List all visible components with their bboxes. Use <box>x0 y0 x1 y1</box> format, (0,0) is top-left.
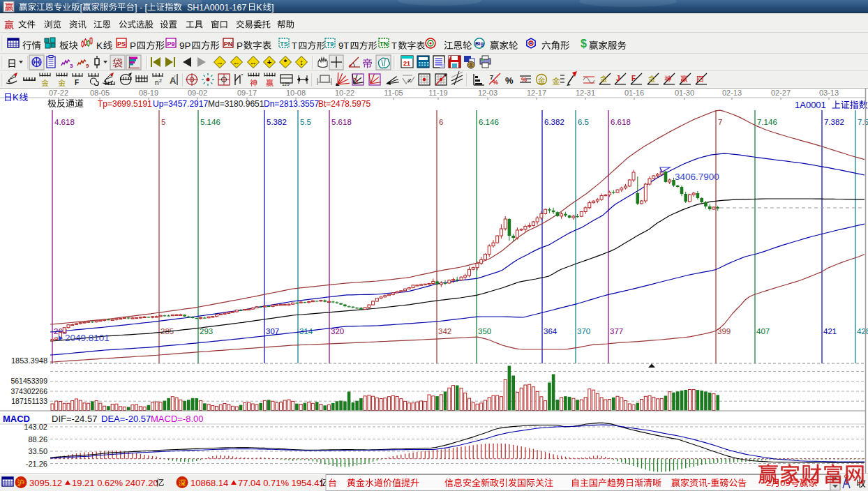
svg-text:377: 377 <box>610 327 623 335</box>
svg-text:129: 129 <box>282 82 290 86</box>
svg-text:T9: T9 <box>327 40 334 47</box>
svg-text:3406.7900: 3406.7900 <box>675 172 719 182</box>
svg-text:MACD=-8.00: MACD=-8.00 <box>151 414 204 424</box>
svg-text:3095.12: 3095.12 <box>29 478 62 488</box>
svg-text:Up=3457.2917: Up=3457.2917 <box>153 99 208 109</box>
svg-text:J: J <box>616 75 620 82</box>
svg-text:10-22: 10-22 <box>335 89 354 97</box>
svg-text:6.382: 6.382 <box>544 118 564 126</box>
svg-text:370: 370 <box>577 327 590 335</box>
svg-text:T: T <box>391 40 397 51</box>
svg-text:P9: P9 <box>167 40 174 47</box>
svg-text:→: → <box>216 58 224 66</box>
svg-text:$: $ <box>581 38 587 50</box>
svg-text:407: 407 <box>756 327 770 335</box>
svg-text:Big: Big <box>475 40 484 47</box>
svg-text:7.382: 7.382 <box>824 118 844 126</box>
svg-text:1A0001: 1A0001 <box>795 100 826 110</box>
svg-text:7.146: 7.146 <box>757 118 777 126</box>
svg-text:21: 21 <box>403 60 410 67</box>
svg-text:TN: TN <box>380 40 388 47</box>
svg-text:K: K <box>13 92 19 103</box>
svg-text:%: % <box>493 79 498 86</box>
svg-text:5: 5 <box>161 118 165 126</box>
svg-text:+: + <box>267 58 271 66</box>
svg-text:TS: TS <box>280 40 288 47</box>
svg-text:5.5: 5.5 <box>300 118 311 126</box>
svg-text:11-19: 11-19 <box>428 89 447 97</box>
svg-text:PN: PN <box>224 40 233 47</box>
svg-text:Tp=3699.5191: Tp=3699.5191 <box>98 99 152 109</box>
svg-text:K: K <box>96 40 103 51</box>
svg-text:374302266: 374302266 <box>10 387 47 395</box>
svg-text:%: % <box>505 75 514 86</box>
svg-text:561453399: 561453399 <box>10 377 47 385</box>
svg-text:↔: ↔ <box>250 58 257 66</box>
svg-text:12-31: 12-31 <box>576 89 595 97</box>
svg-text:01-16: 01-16 <box>624 89 644 97</box>
svg-text:9: 9 <box>86 63 89 69</box>
svg-text:09-17: 09-17 <box>237 89 257 97</box>
svg-text:] - [: ] - [ <box>135 3 148 13</box>
svg-text:2049.8101: 2049.8101 <box>65 333 110 343</box>
svg-text:6: 6 <box>439 118 443 126</box>
svg-text:6.618: 6.618 <box>611 118 631 126</box>
svg-text:77.04 0.71% 1954.41: 77.04 0.71% 1954.41 <box>238 478 324 488</box>
svg-text:*: * <box>284 58 287 66</box>
svg-text:PS: PS <box>117 40 126 47</box>
svg-text:12-17: 12-17 <box>527 89 546 97</box>
svg-text:%: % <box>521 76 527 83</box>
svg-text:6.5: 6.5 <box>578 118 589 126</box>
svg-text:A: A <box>170 75 177 86</box>
svg-text:]: ] <box>271 3 274 13</box>
svg-text:T: T <box>292 40 297 51</box>
svg-text:11-05: 11-05 <box>384 89 403 97</box>
svg-text:02-13: 02-13 <box>722 89 742 97</box>
svg-text:-21.26: -21.26 <box>26 460 47 468</box>
svg-text:08-19: 08-19 <box>139 89 158 97</box>
svg-text:5.382: 5.382 <box>267 118 287 126</box>
svg-text:DEA=-20.57: DEA=-20.57 <box>101 414 151 424</box>
svg-text:9P: 9P <box>179 40 191 51</box>
svg-text:P: P <box>130 40 136 51</box>
svg-text:350: 350 <box>478 327 491 335</box>
svg-text:09-02: 09-02 <box>188 89 207 97</box>
svg-text:33.50: 33.50 <box>28 447 47 455</box>
svg-text:4.618: 4.618 <box>54 118 75 126</box>
svg-text:P: P <box>237 40 243 51</box>
svg-text:'': '' <box>241 73 244 80</box>
svg-text:6.146: 6.146 <box>479 118 499 126</box>
svg-text:10-08: 10-08 <box>286 89 306 97</box>
svg-text:Bt=2478.5975: Bt=2478.5975 <box>318 99 371 109</box>
svg-text:F: F <box>75 79 79 86</box>
svg-text:02-27: 02-27 <box>771 89 791 97</box>
svg-text:2: 2 <box>159 78 162 83</box>
svg-text:5.618: 5.618 <box>331 118 352 126</box>
svg-text:03-13: 03-13 <box>819 89 839 97</box>
svg-text:307: 307 <box>266 327 279 335</box>
svg-text:342: 342 <box>438 327 451 335</box>
svg-text:364: 364 <box>544 327 558 335</box>
svg-text:421: 421 <box>823 327 837 335</box>
svg-text:07-22: 07-22 <box>49 89 68 97</box>
svg-text:Dn=2813.3557: Dn=2813.3557 <box>264 99 319 109</box>
svg-text:n: n <box>155 79 159 86</box>
svg-text:↕: ↕ <box>299 58 304 66</box>
svg-text:19.21 0.62% 2407.20: 19.21 0.62% 2407.20 <box>72 478 158 488</box>
svg-text:[: [ <box>80 3 83 13</box>
svg-text:7: 7 <box>718 118 722 126</box>
svg-text:187151133: 187151133 <box>11 397 47 405</box>
svg-text:5.146: 5.146 <box>200 118 220 126</box>
svg-text:88.26: 88.26 <box>28 435 47 444</box>
svg-text:9T: 9T <box>338 40 349 51</box>
svg-text:DIF=-24.57: DIF=-24.57 <box>52 414 97 424</box>
svg-text:K: K <box>256 3 262 13</box>
svg-text:01-30: 01-30 <box>675 89 694 97</box>
svg-text:1853.3948: 1853.3948 <box>11 356 47 365</box>
svg-text:←: ← <box>233 58 241 66</box>
svg-text:428: 428 <box>857 327 868 335</box>
svg-text:08-05: 08-05 <box>90 89 110 97</box>
svg-text:3: 3 <box>70 63 73 69</box>
svg-text:SH1A0001-167: SH1A0001-167 <box>187 3 247 13</box>
svg-text:12-03: 12-03 <box>478 89 497 97</box>
